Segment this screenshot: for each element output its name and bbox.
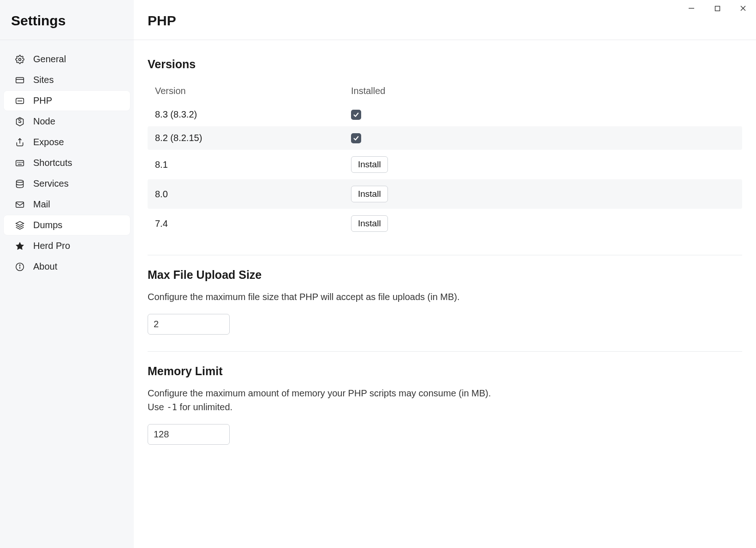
- maximize-icon: [714, 6, 720, 12]
- memory-limit-desc-code: -1: [167, 402, 177, 412]
- max-upload-description: Configure the maximum file size that PHP…: [148, 290, 742, 304]
- window-close-button[interactable]: [730, 0, 756, 17]
- installed-checkbox[interactable]: [351, 110, 361, 120]
- sidebar-item-label: Shortcuts: [33, 158, 72, 168]
- section-title-max-upload: Max File Upload Size: [148, 268, 742, 282]
- memory-limit-desc-line1: Configure the maximum amount of memory y…: [148, 388, 491, 398]
- version-installed-cell: Install: [351, 186, 735, 202]
- svg-rect-1: [16, 77, 24, 83]
- sidebar-item-label: Dumps: [33, 220, 62, 230]
- svg-marker-14: [16, 221, 24, 225]
- database-icon: [15, 179, 25, 189]
- sidebar-item-label: Services: [33, 178, 69, 189]
- info-icon: [15, 262, 25, 272]
- version-label: 8.2 (8.2.15): [155, 133, 351, 143]
- versions-header-row: VersionInstalled: [148, 79, 742, 103]
- svg-point-9: [21, 162, 21, 162]
- section-memory-limit: Memory Limit Configure the maximum amoun…: [148, 352, 742, 448]
- sidebar-item-node[interactable]: Node: [4, 112, 130, 131]
- version-label: 8.3 (8.3.2): [155, 109, 351, 120]
- sidebar-item-label: Node: [33, 116, 55, 127]
- version-row: 8.0Install: [148, 179, 742, 209]
- keyboard-icon: [15, 158, 25, 168]
- sidebar: Settings GeneralSitesPHPNodeExposeShortc…: [0, 0, 134, 548]
- main-panel: PHP Versions VersionInstalled8.3 (8.3.2)…: [134, 0, 756, 548]
- sidebar-item-herd-pro[interactable]: Herd Pro: [4, 236, 130, 256]
- svg-point-18: [19, 265, 20, 265]
- max-upload-input[interactable]: [148, 314, 230, 335]
- installed-checkbox[interactable]: [351, 133, 361, 143]
- window-maximize-button[interactable]: [704, 0, 730, 17]
- memory-limit-input[interactable]: [148, 424, 230, 445]
- minimize-icon: [688, 5, 695, 12]
- mail-icon: [15, 200, 25, 210]
- svg-rect-20: [715, 6, 720, 11]
- versions-col-header-installed: Installed: [351, 86, 735, 96]
- version-installed-cell: [351, 110, 735, 120]
- svg-rect-13: [16, 202, 24, 207]
- versions-table: VersionInstalled8.3 (8.3.2)8.2 (8.2.15)8…: [148, 79, 742, 238]
- sidebar-item-dumps[interactable]: Dumps: [4, 215, 130, 235]
- version-installed-cell: Install: [351, 156, 735, 173]
- window-controls: [679, 0, 756, 17]
- version-row: 7.4Install: [148, 209, 742, 238]
- svg-marker-15: [16, 242, 24, 249]
- content-scroll[interactable]: Versions VersionInstalled8.3 (8.3.2)8.2 …: [134, 40, 756, 548]
- version-label: 8.0: [155, 189, 351, 200]
- section-max-upload: Max File Upload Size Configure the maxim…: [148, 255, 742, 338]
- version-row: 8.2 (8.2.15): [148, 126, 742, 150]
- sidebar-item-label: Mail: [33, 199, 50, 210]
- memory-limit-description: Configure the maximum amount of memory y…: [148, 386, 742, 414]
- star-icon: [15, 241, 25, 251]
- section-title-versions: Versions: [148, 58, 742, 71]
- sidebar-item-label: Sites: [33, 75, 54, 85]
- php-icon: [15, 96, 25, 106]
- check-icon: [353, 135, 359, 141]
- install-button[interactable]: Install: [351, 215, 388, 232]
- check-icon: [353, 112, 359, 118]
- window-minimize-button[interactable]: [679, 0, 704, 17]
- memory-limit-desc-use: Use: [148, 402, 167, 412]
- svg-point-12: [17, 180, 24, 182]
- version-installed-cell: [351, 133, 735, 143]
- memory-limit-desc-suffix: for unlimited.: [177, 402, 232, 412]
- sidebar-item-label: PHP: [33, 95, 52, 106]
- version-row: 8.3 (8.3.2): [148, 103, 742, 126]
- versions-col-header-version: Version: [155, 86, 351, 96]
- page-title: PHP: [148, 13, 742, 29]
- sidebar-title: Settings: [0, 0, 134, 40]
- sidebar-item-php[interactable]: PHP: [4, 91, 130, 111]
- page-header: PHP: [134, 0, 756, 40]
- sidebar-item-expose[interactable]: Expose: [4, 132, 130, 152]
- svg-rect-6: [16, 160, 24, 166]
- sidebar-item-label: Herd Pro: [33, 241, 70, 251]
- window-icon: [15, 75, 25, 85]
- sidebar-item-sites[interactable]: Sites: [4, 70, 130, 90]
- layers-icon: [15, 220, 25, 230]
- gear-icon: [15, 54, 25, 65]
- install-button[interactable]: Install: [351, 156, 388, 173]
- sidebar-item-shortcuts[interactable]: Shortcuts: [4, 153, 130, 173]
- svg-point-10: [22, 162, 23, 162]
- share-icon: [15, 137, 25, 147]
- version-installed-cell: Install: [351, 215, 735, 232]
- install-button[interactable]: Install: [351, 186, 388, 202]
- version-row: 8.1Install: [148, 150, 742, 179]
- sidebar-item-label: General: [33, 54, 66, 65]
- close-icon: [740, 5, 746, 12]
- sidebar-item-mail[interactable]: Mail: [4, 194, 130, 214]
- svg-point-0: [19, 58, 21, 60]
- sidebar-nav: GeneralSitesPHPNodeExposeShortcutsServic…: [0, 40, 134, 286]
- node-icon: [15, 117, 25, 127]
- sidebar-item-label: About: [33, 261, 57, 272]
- sidebar-item-services[interactable]: Services: [4, 174, 130, 194]
- sidebar-item-label: Expose: [33, 137, 64, 147]
- sidebar-item-general[interactable]: General: [4, 49, 130, 69]
- sidebar-item-about[interactable]: About: [4, 257, 130, 277]
- section-versions: Versions VersionInstalled8.3 (8.3.2)8.2 …: [148, 45, 742, 242]
- svg-point-7: [18, 162, 18, 162]
- section-title-memory-limit: Memory Limit: [148, 365, 742, 378]
- svg-point-8: [19, 162, 20, 162]
- version-label: 7.4: [155, 218, 351, 229]
- version-label: 8.1: [155, 159, 351, 170]
